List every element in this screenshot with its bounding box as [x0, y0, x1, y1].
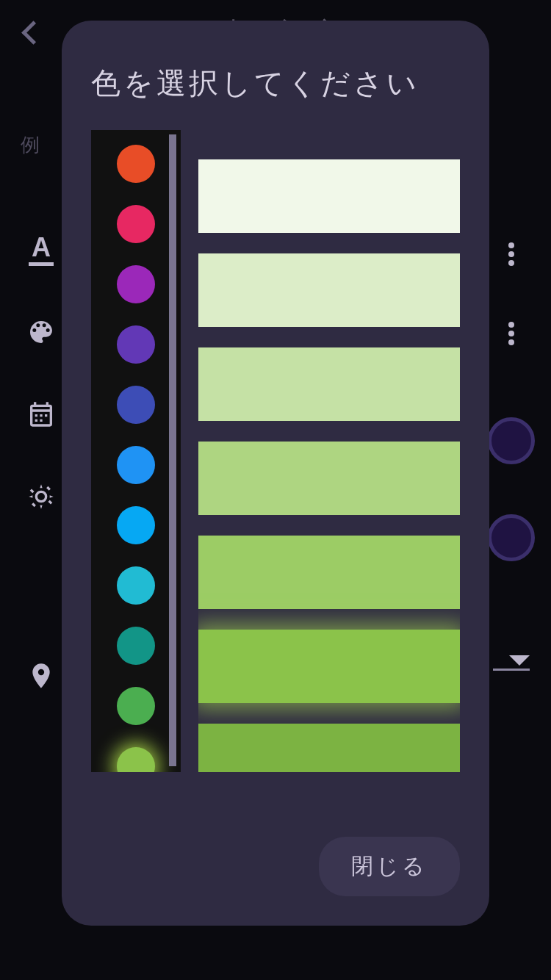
color-circle-swatch[interactable] — [488, 514, 535, 561]
text-style-icon[interactable]: A — [26, 235, 56, 264]
shade-column[interactable] — [198, 130, 460, 772]
hue-swatch-blue[interactable] — [117, 446, 155, 484]
shade-swatch-4[interactable] — [198, 536, 460, 609]
modal-title: 色を選択してください — [91, 63, 460, 104]
chevron-down-icon — [509, 655, 530, 666]
color-picker-modal: 色を選択してください 閉じる — [62, 21, 489, 926]
palette-icon[interactable] — [26, 317, 56, 347]
color-circle-swatch[interactable] — [488, 417, 535, 464]
hue-swatch-light-blue[interactable] — [117, 506, 155, 544]
hue-swatch-purple[interactable] — [117, 265, 155, 303]
hue-swatch-deep-purple[interactable] — [117, 325, 155, 364]
modal-footer: 閉じる — [91, 815, 460, 896]
brightness-icon[interactable] — [26, 482, 56, 511]
shade-swatch-6[interactable] — [198, 724, 460, 772]
calendar-icon[interactable] — [26, 400, 56, 429]
hue-swatch-teal[interactable] — [117, 627, 155, 665]
more-options-icon[interactable] — [508, 242, 514, 266]
settings-icon-column: A — [19, 235, 63, 691]
dropdown-indicator[interactable] — [493, 655, 530, 671]
color-picker-body — [91, 130, 460, 815]
shade-swatch-1[interactable] — [198, 253, 460, 327]
hue-column[interactable] — [91, 130, 181, 772]
shade-swatch-3[interactable] — [198, 442, 460, 515]
shade-swatch-0[interactable] — [198, 159, 460, 233]
shade-swatch-5[interactable] — [198, 630, 460, 703]
hue-swatch-pink[interactable] — [117, 205, 155, 243]
hue-swatch-green[interactable] — [117, 687, 155, 725]
hue-swatch-orange-red[interactable] — [117, 145, 155, 183]
back-icon[interactable] — [22, 18, 40, 48]
settings-right-column — [488, 242, 535, 671]
location-pin-icon[interactable] — [26, 661, 56, 691]
hue-swatch-indigo[interactable] — [117, 386, 155, 424]
shade-swatch-2[interactable] — [198, 347, 460, 421]
close-button[interactable]: 閉じる — [319, 837, 460, 896]
more-options-icon[interactable] — [508, 322, 514, 345]
hue-swatch-cyan[interactable] — [117, 566, 155, 605]
hue-swatch-light-green[interactable] — [117, 747, 155, 772]
example-label: 例 — [21, 132, 40, 158]
